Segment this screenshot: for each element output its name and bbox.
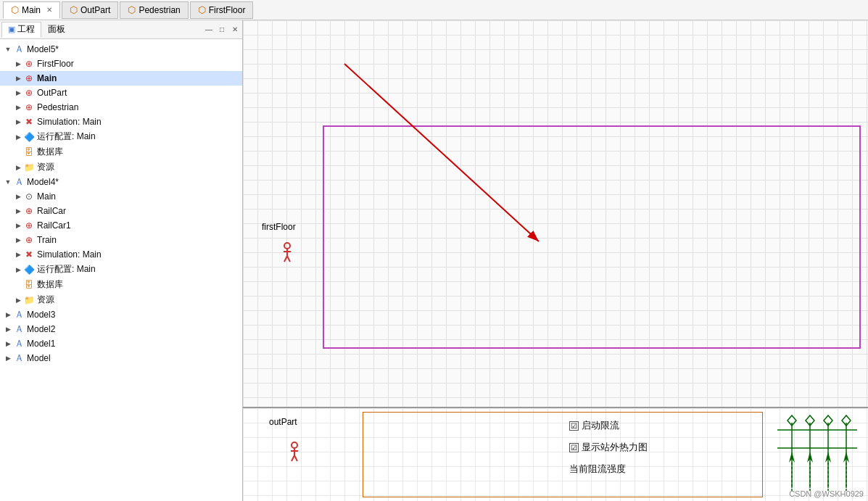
model2-label: Model2 bbox=[27, 324, 55, 334]
expand-model2[interactable]: ▶ bbox=[3, 324, 13, 334]
expand-model[interactable]: ▶ bbox=[3, 353, 13, 363]
res-icon: 📁 bbox=[23, 162, 35, 173]
expand-run-main4[interactable]: ▶ bbox=[13, 265, 23, 275]
tree-item-run-main4[interactable]: ▶ 🔷 运行配置: Main bbox=[0, 262, 242, 277]
tree-item-sim-main[interactable]: ▶ ✖ Simulation: Main bbox=[0, 115, 242, 129]
railcar1-icon: ⊕ bbox=[23, 220, 35, 231]
expand-railcar[interactable]: ▶ bbox=[13, 206, 23, 216]
tab-outpart[interactable]: ⬡ OutPart bbox=[62, 1, 118, 19]
tree-item-railcar[interactable]: ▶ ⊕ RailCar bbox=[0, 204, 242, 218]
tab-main[interactable]: ⬡ Main ✕ bbox=[3, 1, 60, 19]
expand-sim-main4[interactable]: ▶ bbox=[13, 249, 23, 260]
content-area: ▣ 工程 面板 — □ ✕ ▼ Ａ Model bbox=[0, 20, 868, 501]
model3-label: Model3 bbox=[27, 310, 55, 320]
tree-item-model3[interactable]: ▶ Ａ Model3 bbox=[0, 307, 242, 322]
tree-item-res4[interactable]: ▶ 📁 资源 bbox=[0, 292, 242, 307]
expand-railcar1[interactable]: ▶ bbox=[13, 220, 23, 231]
tree-item-run-main[interactable]: ▶ 🔷 运行配置: Main bbox=[0, 129, 242, 144]
outpart-tab-icon: ⬡ bbox=[70, 4, 78, 15]
tree-item-model2[interactable]: ▶ Ａ Model2 bbox=[0, 322, 242, 336]
checkbox-qidong: ☑ 启动限流 bbox=[569, 419, 619, 432]
tree-item-model1[interactable]: ▶ Ａ Model1 bbox=[0, 336, 242, 351]
expand-outpart[interactable]: ▶ bbox=[13, 88, 23, 98]
tab-firstfloor[interactable]: ⬡ FirstFloor bbox=[190, 1, 254, 19]
main-tab-icon: ⬡ bbox=[11, 4, 19, 15]
purple-rectangle bbox=[323, 125, 861, 349]
res-label: 资源 bbox=[37, 161, 54, 173]
tree-item-main[interactable]: ▶ ⊕ Main bbox=[0, 71, 242, 86]
orange-rectangle bbox=[363, 412, 763, 497]
expand-model4[interactable]: ▼ bbox=[3, 177, 13, 187]
expand-model5[interactable]: ▼ bbox=[3, 44, 13, 54]
zuliuqiangdu-label: 当前阻流强度 bbox=[569, 463, 626, 474]
tree-item-model[interactable]: ▶ Ａ Model bbox=[0, 351, 242, 365]
db4-icon: 🗄 bbox=[23, 279, 35, 291]
firstfloor-canvas-label: firstFloor bbox=[262, 222, 296, 232]
pedestrian-tree-label: Pedestrian bbox=[37, 102, 78, 112]
expand-train[interactable]: ▶ bbox=[13, 235, 23, 245]
tree-item-res[interactable]: ▶ 📁 资源 bbox=[0, 160, 242, 175]
model-icon: Ａ bbox=[13, 352, 25, 364]
expand-res[interactable]: ▶ bbox=[13, 162, 23, 173]
tree-item-firstfloor[interactable]: ▶ ⊕ FirstFloor bbox=[0, 57, 242, 71]
model1-label: Model1 bbox=[27, 339, 55, 349]
tree-item-model5[interactable]: ▼ Ａ Model5* bbox=[0, 42, 242, 57]
checkbox-reli: ☑ 显示站外热力图 bbox=[569, 441, 648, 454]
tree-item-main4[interactable]: ▶ ⊙ Main bbox=[0, 189, 242, 204]
expand-db4[interactable] bbox=[13, 280, 23, 290]
model5-label: Model5* bbox=[27, 44, 59, 54]
railcar1-label: RailCar1 bbox=[37, 220, 71, 231]
expand-model3[interactable]: ▶ bbox=[3, 310, 13, 320]
maximize-button[interactable]: □ bbox=[216, 24, 228, 36]
run-main-icon: 🔷 bbox=[23, 131, 35, 143]
db-label: 数据库 bbox=[37, 146, 63, 158]
outpart-tree-icon: ⊕ bbox=[23, 87, 35, 99]
tab-main-close[interactable]: ✕ bbox=[46, 6, 52, 14]
cb-reli-box[interactable]: ☑ bbox=[569, 443, 579, 452]
train-icon: ⊕ bbox=[23, 234, 35, 246]
expand-res4[interactable]: ▶ bbox=[13, 295, 23, 305]
sim-main-label: Simulation: Main bbox=[37, 117, 102, 127]
panel-tab-project[interactable]: ▣ 工程 bbox=[1, 22, 41, 38]
model3-icon: Ａ bbox=[13, 309, 25, 320]
expand-firstfloor[interactable]: ▶ bbox=[13, 59, 23, 69]
sim-main4-icon: ✖ bbox=[23, 249, 35, 260]
watermark: CSDN @WSKH0929 bbox=[789, 489, 864, 498]
expand-db[interactable] bbox=[13, 147, 23, 157]
circuit-diagram bbox=[770, 408, 864, 501]
canvas-main[interactable]: firstFloor bbox=[243, 20, 868, 407]
minimize-button[interactable]: — bbox=[203, 24, 215, 36]
panel-tab-panel[interactable]: 面板 bbox=[41, 22, 72, 38]
expand-sim-main[interactable]: ▶ bbox=[13, 117, 23, 127]
ff-tab-icon: ⬡ bbox=[198, 4, 206, 15]
text-zuliuqiangdu: 当前阻流强度 bbox=[569, 463, 626, 476]
tree-item-db[interactable]: 🗄 数据库 bbox=[0, 144, 242, 160]
panel-header: ▣ 工程 面板 — □ ✕ bbox=[0, 20, 242, 39]
cb-qidong-box[interactable]: ☑ bbox=[569, 421, 579, 431]
expand-model1[interactable]: ▶ bbox=[3, 339, 13, 349]
tree-item-model4[interactable]: ▼ Ａ Model4* bbox=[0, 175, 242, 189]
tab-pedestrian[interactable]: ⬡ Pedestrian bbox=[120, 1, 188, 19]
tree-item-outpart[interactable]: ▶ ⊕ OutPart bbox=[0, 86, 242, 100]
tree-item-sim-main4[interactable]: ▶ ✖ Simulation: Main bbox=[0, 247, 242, 262]
close-panel-button[interactable]: ✕ bbox=[229, 24, 241, 36]
tree-item-railcar1[interactable]: ▶ ⊕ RailCar1 bbox=[0, 218, 242, 233]
tree-item-db4[interactable]: 🗄 数据库 bbox=[0, 277, 242, 292]
main4-label: Main bbox=[37, 191, 56, 202]
project-icon: ▣ bbox=[8, 25, 15, 34]
run-main-label: 运行配置: Main bbox=[37, 131, 96, 143]
expand-run-main[interactable]: ▶ bbox=[13, 132, 23, 142]
tree-item-pedestrian[interactable]: ▶ ⊕ Pedestrian bbox=[0, 100, 242, 115]
expand-main4[interactable]: ▶ bbox=[13, 191, 23, 202]
expand-pedestrian[interactable]: ▶ bbox=[13, 102, 23, 112]
firstfloor-tree-icon: ⊕ bbox=[23, 58, 35, 70]
tab-outpart-label: OutPart bbox=[80, 5, 110, 15]
canvas-area: firstFloor bbox=[243, 20, 868, 501]
expand-main[interactable]: ▶ bbox=[13, 73, 23, 83]
sim-main4-label: Simulation: Main bbox=[37, 249, 102, 260]
model5-icon: Ａ bbox=[13, 44, 25, 55]
tab-main-label: Main bbox=[22, 5, 41, 15]
editor-tabs: ⬡ Main ✕ ⬡ OutPart ⬡ Pedestrian ⬡ FirstF… bbox=[0, 0, 868, 20]
tree-item-train[interactable]: ▶ ⊕ Train bbox=[0, 233, 242, 247]
railcar-icon: ⊕ bbox=[23, 205, 35, 217]
